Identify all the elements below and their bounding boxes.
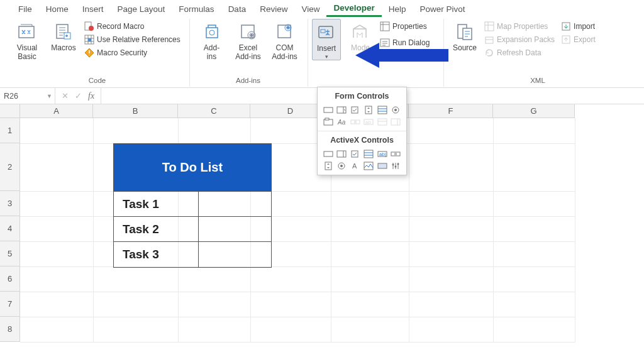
task-cell[interactable]: Task 3 bbox=[114, 242, 199, 267]
cell[interactable] bbox=[331, 266, 409, 292]
tab-view[interactable]: View bbox=[294, 2, 326, 16]
row-header[interactable]: 4 bbox=[0, 216, 20, 241]
record-macro-button[interactable]: Record Macro bbox=[84, 21, 180, 31]
fx-icon[interactable]: fx bbox=[88, 91, 94, 101]
cell[interactable] bbox=[409, 143, 493, 191]
cell[interactable] bbox=[493, 143, 575, 191]
ax-more-icon[interactable] bbox=[391, 161, 401, 170]
tab-formulas[interactable]: Formulas bbox=[172, 2, 221, 16]
com-addins-button[interactable]: COM Add-ins bbox=[268, 19, 302, 62]
addins-button[interactable]: Add- ins bbox=[195, 19, 229, 62]
cell[interactable] bbox=[20, 317, 93, 342]
tab-help[interactable]: Help bbox=[382, 2, 413, 16]
expansion-packs-button[interactable]: Expansion Packs bbox=[484, 35, 555, 45]
ax-toggle-icon[interactable] bbox=[377, 161, 387, 170]
xml-source-button[interactable]: Source bbox=[448, 19, 482, 53]
run-dialog-button[interactable]: Run Dialog bbox=[380, 38, 430, 48]
ax-spin-icon[interactable] bbox=[323, 161, 333, 170]
cell[interactable] bbox=[178, 118, 250, 143]
cell[interactable] bbox=[93, 266, 178, 292]
excel-addins-button[interactable]: Excel Add-ins bbox=[231, 19, 265, 62]
form-option-icon[interactable] bbox=[391, 105, 401, 114]
row-header[interactable]: 5 bbox=[0, 241, 20, 266]
ax-label-icon[interactable]: A bbox=[350, 161, 360, 170]
cell[interactable] bbox=[493, 118, 575, 143]
tab-pagelayout[interactable]: Page Layout bbox=[111, 2, 172, 16]
visual-basic-button[interactable]: Visual Basic bbox=[10, 19, 44, 62]
form-group-icon[interactable] bbox=[323, 117, 333, 126]
cell[interactable] bbox=[331, 216, 409, 241]
cell[interactable] bbox=[493, 216, 575, 241]
design-mode-button[interactable]: Mode bbox=[343, 19, 377, 53]
cell[interactable] bbox=[493, 241, 575, 266]
cell[interactable] bbox=[409, 266, 493, 292]
cell[interactable] bbox=[20, 216, 93, 241]
form-list-icon[interactable] bbox=[377, 105, 387, 114]
map-props-button[interactable]: Map Properties bbox=[484, 21, 555, 31]
tab-powerpivot[interactable]: Power Pivot bbox=[413, 2, 472, 16]
ax-text-icon[interactable]: ab| bbox=[377, 149, 387, 158]
tab-home[interactable]: Home bbox=[39, 2, 75, 16]
cell[interactable] bbox=[409, 292, 493, 317]
tab-file[interactable]: File bbox=[11, 2, 39, 16]
ax-checkbox-icon[interactable] bbox=[350, 149, 360, 158]
cell[interactable] bbox=[409, 118, 493, 143]
task-cell[interactable]: Task 1 bbox=[114, 192, 199, 216]
cell[interactable] bbox=[250, 266, 331, 292]
ax-list-icon[interactable] bbox=[364, 149, 374, 158]
cell[interactable] bbox=[20, 143, 93, 191]
check-cell[interactable] bbox=[199, 192, 271, 216]
form-combo-icon[interactable] bbox=[336, 105, 347, 114]
ax-option-icon[interactable] bbox=[336, 161, 347, 170]
col-header[interactable]: B bbox=[93, 104, 178, 118]
tab-insert[interactable]: Insert bbox=[75, 2, 111, 16]
cell[interactable] bbox=[20, 292, 93, 317]
row-header[interactable]: 1 bbox=[0, 118, 20, 143]
cell[interactable] bbox=[493, 292, 575, 317]
check-cell[interactable] bbox=[199, 242, 271, 267]
row-header[interactable]: 6 bbox=[0, 266, 20, 292]
cell[interactable] bbox=[331, 191, 409, 216]
form-combo2-icon[interactable] bbox=[377, 117, 387, 126]
cell[interactable] bbox=[93, 292, 178, 317]
export-button[interactable]: Export bbox=[561, 35, 596, 45]
enter-icon[interactable]: ✓ bbox=[75, 91, 82, 101]
macro-security-button[interactable]: Macro Security bbox=[84, 48, 180, 58]
task-cell[interactable]: Task 2 bbox=[114, 217, 199, 241]
row-header[interactable]: 2 bbox=[0, 143, 20, 191]
cell[interactable] bbox=[20, 241, 93, 266]
cell[interactable] bbox=[250, 317, 331, 342]
cell[interactable] bbox=[493, 191, 575, 216]
row-header[interactable]: 3 bbox=[0, 191, 20, 216]
ax-scroll-icon[interactable] bbox=[391, 149, 401, 158]
relative-refs-button[interactable]: Use Relative References bbox=[84, 35, 180, 45]
cell[interactable] bbox=[493, 266, 575, 292]
insert-controls-button[interactable]: Insert▾ bbox=[312, 19, 341, 60]
cell[interactable] bbox=[178, 292, 250, 317]
col-header[interactable]: C bbox=[178, 104, 250, 118]
cell[interactable] bbox=[331, 241, 409, 266]
row-header[interactable]: 8 bbox=[0, 317, 20, 342]
macros-button[interactable]: Macros bbox=[47, 19, 80, 53]
cell[interactable] bbox=[20, 118, 93, 143]
cell[interactable] bbox=[178, 266, 250, 292]
ax-combo-icon[interactable] bbox=[336, 149, 347, 158]
cell[interactable] bbox=[331, 317, 409, 342]
cell[interactable] bbox=[493, 317, 575, 342]
name-box[interactable]: R26▼ bbox=[0, 88, 55, 104]
cell[interactable] bbox=[20, 266, 93, 292]
cell[interactable] bbox=[250, 292, 331, 317]
tab-review[interactable]: Review bbox=[253, 2, 294, 16]
form-scroll-icon[interactable] bbox=[350, 117, 360, 126]
form-textfield-icon[interactable]: ab bbox=[364, 117, 374, 126]
form-label-icon[interactable]: Aa bbox=[336, 117, 347, 126]
col-header[interactable]: A bbox=[20, 104, 93, 118]
form-spin-icon[interactable] bbox=[364, 105, 374, 114]
cell[interactable] bbox=[178, 317, 250, 342]
properties-button[interactable]: Properties bbox=[380, 21, 430, 31]
cell[interactable] bbox=[93, 118, 178, 143]
col-header[interactable]: F bbox=[409, 104, 493, 118]
cancel-icon[interactable]: ✕ bbox=[62, 91, 69, 101]
form-edit-icon[interactable] bbox=[391, 117, 401, 126]
select-all-corner[interactable] bbox=[0, 104, 20, 118]
